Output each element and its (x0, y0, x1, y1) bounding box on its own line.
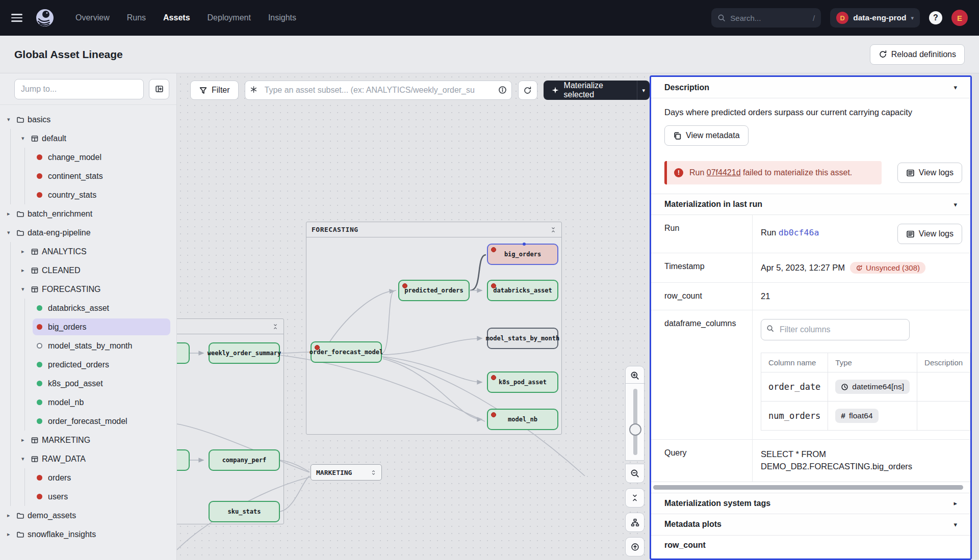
caret-right-icon[interactable]: ▸ (21, 267, 31, 274)
asset-node-k8s_pod_asset[interactable]: k8s_pod_asset (487, 371, 558, 393)
view-logs-button[interactable]: View logs (897, 163, 962, 183)
tree-item-label: predicted_orders (48, 360, 109, 369)
filter-button[interactable]: Filter (190, 81, 239, 100)
unsynced-badge[interactable]: Unsynced (308) (850, 262, 925, 274)
sidebar-item-RAW_DATA[interactable]: ▾RAW_DATA (0, 449, 176, 468)
workspace-switcher[interactable]: D data-eng-prod ▾ (830, 8, 920, 28)
section-description[interactable]: Description ▾ (651, 77, 970, 98)
failed-run-id-link[interactable]: 07f4421d (707, 168, 741, 177)
reload-definitions-button[interactable]: Reload definitions (870, 44, 965, 65)
query-row: Query SELECT * FROM DEMO_DB2.FORECASTING… (651, 440, 970, 482)
dagster-logo-icon[interactable] (34, 7, 56, 29)
asset-node-weekly_order_summary[interactable]: weekly_order_summary (209, 342, 280, 364)
sidebar-item-default[interactable]: ▾default (0, 129, 176, 148)
caret-down-icon[interactable]: ▾ (7, 229, 16, 236)
zoom-out-button[interactable] (625, 464, 645, 483)
view-logs-button-run[interactable]: View logs (897, 224, 962, 244)
sidebar-item-MARKETING[interactable]: ▸MARKETING (0, 431, 176, 449)
sidebar-item-basics[interactable]: ▾basics (0, 110, 176, 129)
materialize-selected-button[interactable]: Materialize selected ▾ (544, 81, 650, 100)
sidebar-item-k8s_pod_asset[interactable]: k8s_pod_asset (0, 374, 176, 393)
nav-deployment[interactable]: Deployment (208, 13, 251, 22)
asset-node-model_nb[interactable]: model_nb (487, 409, 558, 430)
asset-node-clipped[interactable] (177, 342, 190, 364)
refresh-graph-button[interactable] (518, 81, 537, 100)
global-search[interactable]: Search... / (711, 8, 821, 28)
row-count-chart: row_count 302010 Value (651, 536, 970, 560)
sidebar-item-FORECASTING[interactable]: ▾FORECASTING (0, 280, 176, 299)
nav-insights[interactable]: Insights (268, 13, 296, 22)
horizontal-scrollbar[interactable] (653, 485, 963, 490)
lineage-canvas[interactable]: Filter Materialize selected ▾ FORECASTIN… (177, 73, 650, 560)
recenter-button[interactable] (625, 537, 645, 556)
sidebar-item-ANALYTICS[interactable]: ▸ANALYTICS (0, 242, 176, 261)
section-metadata-plots[interactable]: Metadata plots ▾ (651, 514, 970, 536)
sidebar-item-demo_assets[interactable]: ▸demo_assets (0, 506, 176, 525)
caret-right-icon[interactable]: ▸ (7, 210, 16, 217)
info-icon[interactable] (498, 86, 507, 94)
asset-node-sku_stats[interactable]: sku_stats (209, 501, 280, 522)
section-materialization[interactable]: Materialization in last run ▾ (651, 194, 970, 215)
asset-node-big_orders[interactable]: big_orders (487, 244, 558, 265)
asset-node-clipped[interactable] (177, 449, 190, 471)
caret-down-icon[interactable]: ▾ (21, 135, 31, 142)
sidebar-item-users[interactable]: users (0, 487, 176, 506)
hamburger-menu-icon[interactable] (11, 14, 22, 22)
user-avatar[interactable]: E (951, 10, 968, 26)
zoom-in-button[interactable] (625, 366, 645, 385)
sidebar-item-batch_enrichment[interactable]: ▸batch_enrichment (0, 204, 176, 223)
view-logs-run-label: View logs (919, 229, 954, 238)
asset-subset-input[interactable] (245, 81, 512, 100)
asset-node-databricks_asset[interactable]: databricks_asset (487, 280, 558, 301)
sidebar-item-continent_stats[interactable]: continent_stats (0, 167, 176, 185)
caret-right-icon[interactable]: ▸ (7, 531, 16, 538)
sidebar-item-model_nb[interactable]: model_nb (0, 393, 176, 412)
view-metadata-button[interactable]: View metadata (664, 125, 749, 146)
sidebar-item-big_orders[interactable]: big_orders (0, 317, 176, 336)
caret-down-icon[interactable]: ▾ (21, 286, 31, 292)
asset-node-order_forecast_model[interactable]: order_forecast_model (311, 341, 382, 363)
help-button[interactable]: ? (929, 11, 942, 24)
filter-columns-input[interactable] (761, 319, 910, 340)
sidebar-item-order_forecast_model[interactable]: order_forecast_model (0, 412, 176, 431)
nav-runs[interactable]: Runs (127, 13, 146, 22)
sidebar-item-change_model[interactable]: change_model (0, 148, 176, 167)
sidebar-item-model_stats_by_month[interactable]: model_stats_by_month (0, 336, 176, 355)
sidebar-item-country_stats[interactable]: country_stats (0, 185, 176, 204)
sidebar-item-CLEANED[interactable]: ▸CLEANED (0, 261, 176, 280)
collapse-sidebar-button[interactable] (149, 79, 169, 99)
caret-down-icon[interactable]: ▾ (21, 456, 31, 462)
app-root: Overview Runs Assets Deployment Insights… (0, 0, 979, 560)
asset-node-predicted_orders[interactable]: predicted_orders (398, 280, 470, 301)
sidebar-item-data-eng-pipeline[interactable]: ▾data-eng-pipeline (0, 223, 176, 242)
tree-item-label: model_nb (48, 398, 84, 407)
asset-node-company_perf[interactable]: company_perf (209, 449, 280, 471)
sidebar-item-predicted_orders[interactable]: predicted_orders (0, 355, 176, 374)
zoom-slider-handle[interactable] (629, 423, 641, 436)
zoom-slider[interactable] (625, 383, 645, 461)
sidebar-item-snowflake_insights[interactable]: ▸snowflake_insights (0, 525, 176, 544)
collapsed-group-MARKETING[interactable]: MARKETING (311, 464, 382, 481)
sidebar-item-orders[interactable]: orders (0, 468, 176, 487)
materialization-table: Run Run db0cf46a View logs Timestamp Apr… (651, 215, 970, 482)
caret-right-icon[interactable]: ▸ (7, 512, 16, 519)
asset-node-model_stats_by_month[interactable]: model_stats_by_month (487, 328, 558, 349)
nav-assets[interactable]: Assets (163, 13, 190, 22)
jump-to-input[interactable] (14, 79, 144, 99)
rearrange-graph-button[interactable] (625, 513, 645, 532)
collapse-groups-button[interactable] (625, 488, 645, 508)
materialize-dropdown-caret[interactable]: ▾ (637, 81, 650, 100)
run-label: Run (651, 215, 752, 253)
columns-table-header: Description (917, 353, 970, 372)
nav-overview[interactable]: Overview (75, 13, 110, 22)
group-expand-icon[interactable] (371, 470, 376, 475)
refresh-icon (523, 86, 532, 95)
sidebar-item-databricks_asset[interactable]: databricks_asset (0, 299, 176, 317)
caret-right-icon[interactable]: ▸ (21, 437, 31, 443)
section-system-tags[interactable]: Materialization system tags ▸ (651, 493, 970, 514)
caret-down-icon[interactable]: ▾ (7, 116, 16, 123)
run-id-link[interactable]: db0cf46a (779, 228, 819, 237)
tree-item-label: order_forecast_model (48, 417, 127, 426)
caret-right-icon[interactable]: ▸ (21, 248, 31, 255)
zoom-slider-track[interactable] (633, 389, 637, 455)
